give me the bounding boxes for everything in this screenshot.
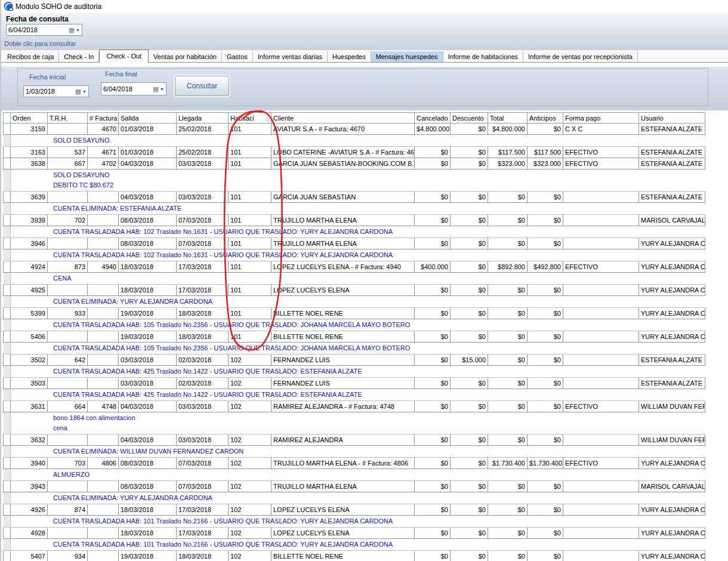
column-header-orden[interactable]: Orden	[11, 113, 48, 124]
calendar-icon[interactable]: ▦	[153, 85, 159, 93]
column-header-descuento[interactable]: Descuento	[451, 113, 488, 124]
table-row[interactable]: 539993319/03/201818/03/2018101BILLETTE N…	[4, 308, 705, 319]
table-row[interactable]: 3631664474804/03/201803/03/2018102RAMIRE…	[4, 401, 705, 412]
table-row[interactable]: 3159467001/03/201825/02/2018101AVIATUR S…	[4, 124, 705, 135]
tab-huespedes[interactable]: Huespedes	[328, 51, 371, 62]
table-row[interactable]: 492687418/03/201817/03/2018102LOPEZ LUCE…	[4, 504, 705, 516]
column-header-anticipos[interactable]: Anticipos	[528, 113, 563, 124]
table-row[interactable]: 540793419/03/201818/03/2018102BILLETTE N…	[4, 551, 705, 561]
table-row[interactable]: 363904/03/201803/03/2018101GARCIA JUAN S…	[4, 192, 705, 203]
cell-forma_pago	[563, 331, 639, 343]
consultar-button[interactable]: Consultar	[175, 76, 229, 96]
tab-informe-ventas-diarias[interactable]: Informe ventas diarias	[253, 51, 328, 62]
column-header-cliente[interactable]: Cliente	[272, 113, 415, 124]
tab-informe-de-ventas-por-recepcionista[interactable]: Informe de ventas por recepcionista	[523, 51, 638, 62]
cell-descuento: $0	[451, 238, 488, 249]
row-selector[interactable]	[4, 343, 11, 355]
note-row: SOLO DESAYUNODEBITO TC $80.672	[4, 169, 705, 192]
cell-cliente: FERNANDEZ LUIS	[272, 378, 415, 389]
column-header-habitaci[interactable]: Habitaci△	[229, 113, 272, 124]
row-selector[interactable]	[4, 147, 11, 158]
cell-trh: 933	[48, 308, 88, 319]
cell-orden: 3943	[11, 481, 48, 492]
row-selector[interactable]	[4, 192, 11, 203]
table-row[interactable]: 393970208/03/201807/03/2018101TRUJILLO M…	[4, 215, 705, 226]
row-selector[interactable]	[4, 203, 11, 215]
row-selector[interactable]	[4, 158, 11, 169]
row-selector[interactable]	[4, 528, 11, 539]
table-row[interactable]: 350303/03/201802/03/2018102FERNANDEZ LUI…	[4, 378, 705, 389]
row-selector[interactable]	[4, 215, 11, 226]
column-header-cancelado[interactable]: Cancelado	[415, 113, 451, 124]
tab-check-in[interactable]: Check - In	[59, 51, 99, 62]
row-selector[interactable]	[4, 285, 11, 296]
column-header-llegada[interactable]: Llegada	[177, 113, 229, 124]
table-row[interactable]: 492518/03/201817/03/2018101LOPEZ LUCELYS…	[4, 285, 705, 296]
table-row[interactable]: 3940703480608/03/201807/03/2018102TRUJIL…	[4, 458, 705, 469]
row-selector[interactable]	[4, 434, 11, 446]
row-selector[interactable]	[4, 319, 11, 331]
tab-check-out[interactable]: Check - Out	[99, 50, 149, 63]
row-selector[interactable]	[4, 135, 11, 147]
row-selector[interactable]	[4, 378, 11, 389]
row-selector[interactable]	[4, 226, 11, 238]
row-selector[interactable]	[4, 366, 11, 378]
fecha-inicial-input[interactable]: 1/03/2018 ▦ ▼	[23, 85, 89, 97]
row-selector[interactable]	[4, 458, 11, 469]
column-header-salida[interactable]: Salida	[119, 113, 177, 124]
tab-gastos[interactable]: Gastos	[222, 51, 253, 62]
row-selector[interactable]	[4, 492, 11, 504]
row-selector[interactable]	[4, 124, 11, 135]
row-selector[interactable]	[4, 551, 11, 561]
row-selector[interactable]	[4, 504, 11, 516]
fecha-final-input[interactable]: 6/04/2018 ▦ ▼	[101, 82, 166, 95]
tab-recibos-de-caja[interactable]: Recibos de caja	[2, 51, 59, 62]
column-header-usuario[interactable]: Usuario	[639, 113, 705, 124]
table-row[interactable]: 3163537467101/03/201825/02/2018101LOBO C…	[4, 147, 705, 158]
row-selector[interactable]	[4, 539, 11, 551]
row-selector[interactable]	[4, 401, 11, 412]
table-row[interactable]: 4924873494018/03/201817/03/2018101LOPEZ …	[4, 261, 705, 273]
row-selector[interactable]	[4, 261, 11, 273]
row-selector[interactable]	[4, 481, 11, 492]
dropdown-arrow-icon[interactable]: ▼	[160, 87, 164, 91]
row-selector[interactable]	[4, 469, 11, 481]
table-row[interactable]: 363204/03/201803/03/2018102RAMIREZ ALEJA…	[4, 434, 705, 446]
fecha-consulta-input[interactable]: 6/04/2018 ▦ ▼	[6, 24, 82, 36]
calendar-icon[interactable]: ▦	[69, 26, 75, 34]
table-row[interactable]: 540619/03/201818/03/2018101BILLETTE NOEL…	[4, 331, 705, 343]
dropdown-arrow-icon[interactable]: ▼	[82, 90, 87, 94]
row-selector[interactable]	[4, 238, 11, 249]
table-row[interactable]: 394608/03/201807/03/2018101TRUJILLO MART…	[4, 238, 705, 249]
column-header-factura[interactable]: # Factura	[88, 113, 119, 124]
table-row[interactable]: 3638667470204/03/201803/03/2018101GARCIA…	[4, 158, 705, 169]
table-row[interactable]: 350264203/03/201802/03/2018102FERNANDEZ …	[4, 355, 705, 366]
column-header-total[interactable]: Total	[488, 113, 528, 124]
row-selector[interactable]	[4, 169, 11, 192]
cell-trh: 934	[48, 551, 88, 561]
cell-anticipos: $492.800	[528, 261, 563, 273]
note-text: CUENTA TRASLADADA HAB: 102 Traslado No.1…	[11, 249, 705, 261]
table-row[interactable]: 394308/03/201807/03/2018102TRUJILLO MART…	[4, 481, 705, 492]
calendar-icon[interactable]: ▦	[75, 88, 81, 95]
row-selector[interactable]	[4, 308, 11, 319]
dropdown-arrow-icon[interactable]: ▼	[76, 28, 80, 32]
row-selector[interactable]	[4, 516, 11, 528]
column-header-t-r-h[interactable]: T.R.H.	[48, 113, 88, 124]
tab-informe-de-habitaciones[interactable]: Informe de habitaciones	[443, 51, 523, 62]
table-row[interactable]: 492818/03/201817/03/2018102LOPEZ LUCELYS…	[4, 528, 705, 539]
row-selector[interactable]	[4, 355, 11, 366]
row-selector[interactable]	[4, 273, 11, 285]
row-selector-header[interactable]	[4, 113, 11, 124]
row-selector[interactable]	[4, 412, 11, 434]
tab-ventas-por-habitaci-n[interactable]: Ventas por habitación	[149, 51, 222, 62]
row-selector[interactable]	[4, 389, 11, 401]
column-header-forma-pago[interactable]: Forma pago	[563, 113, 639, 124]
cell-descuento: $0	[451, 551, 488, 561]
row-selector[interactable]	[4, 446, 11, 458]
tab-mensajes-huespedes[interactable]: Mensajes huespedes	[371, 51, 443, 62]
row-selector[interactable]	[4, 296, 11, 308]
row-selector[interactable]	[4, 331, 11, 343]
row-selector[interactable]	[4, 249, 11, 261]
cell-factura: 4806	[88, 458, 119, 469]
